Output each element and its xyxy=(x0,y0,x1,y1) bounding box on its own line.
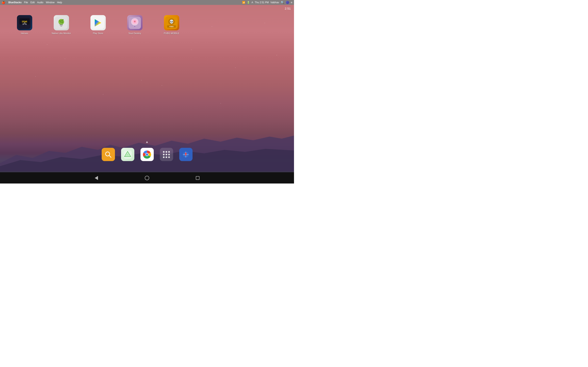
back-arrow-icon xyxy=(95,176,98,180)
recent-square-icon xyxy=(196,176,199,180)
svg-text:💀: 💀 xyxy=(169,19,174,24)
app-icon-play-store[interactable] xyxy=(90,15,106,30)
nav-recent-button[interactable] xyxy=(195,175,200,181)
app-name[interactable]: BlueStacks xyxy=(8,1,22,4)
app-soul-destiny[interactable]: 🌸 ♦ Soul Destiny xyxy=(127,15,143,34)
dock xyxy=(95,146,199,163)
dock-applist-button[interactable] xyxy=(160,148,173,161)
app-icon-heroes[interactable]: ⚔ STAR WARS xyxy=(17,15,32,30)
nav-back-button[interactable] xyxy=(94,175,99,181)
menu-edit[interactable]: Edit xyxy=(30,1,35,4)
bluestacks-window: 2:51 ⚔ STAR WARS Heroes xyxy=(0,5,294,184)
svg-text:🌿: 🌿 xyxy=(59,19,64,24)
app-heroes[interactable]: ⚔ STAR WARS Heroes xyxy=(16,15,33,34)
dock-area: ▲ xyxy=(0,140,294,163)
app-icon-soul-destiny[interactable]: 🌸 ♦ xyxy=(127,15,143,30)
app-pubg-mobile-label: PUBG MOBILE xyxy=(164,32,179,34)
datetime: Thu 2:51 PM xyxy=(255,1,269,4)
svg-text:🌸: 🌸 xyxy=(132,18,138,24)
android-navbar xyxy=(0,172,294,184)
nav-home-button[interactable] xyxy=(144,175,150,181)
app-play-store-label: Play Store xyxy=(93,32,103,34)
a-icon: A xyxy=(251,1,253,4)
app-play-store[interactable]: Play Store xyxy=(90,15,106,34)
menu-help[interactable]: Help xyxy=(57,1,62,4)
svg-text:♦: ♦ xyxy=(134,25,135,27)
user-avatar-icon xyxy=(286,1,289,4)
wifi-icon: 📶 xyxy=(242,1,245,4)
app-drawer-dots xyxy=(163,151,170,158)
app-heroes-label: Heroes xyxy=(21,32,28,34)
svg-line-22 xyxy=(109,155,111,157)
svg-rect-8 xyxy=(60,25,63,25)
menu-file[interactable]: File xyxy=(24,1,28,4)
app-grid: ⚔ STAR WARS Heroes 🌿 xyxy=(16,15,180,34)
dock-bluestacks-button[interactable] xyxy=(121,148,134,161)
svg-point-30 xyxy=(146,153,148,156)
app-soul-destiny-label: Soul Destiny xyxy=(129,32,141,34)
app-native-libs-label: Native Libs Monitor xyxy=(52,32,71,34)
svg-rect-9 xyxy=(60,26,62,26)
android-time: 2:51 xyxy=(285,7,291,10)
dock-arrow[interactable]: ▲ xyxy=(145,140,149,144)
home-circle-icon xyxy=(145,176,149,180)
battery-icon: 🔋 xyxy=(247,1,250,4)
app-icon-pubg-mobile[interactable]: 💀 PUBG xyxy=(164,15,179,30)
dock-chrome-button[interactable] xyxy=(140,148,154,161)
mac-menubar: 🍎 BlueStacks File Edit Audio Window Help… xyxy=(0,0,294,5)
svg-text:PUBG: PUBG xyxy=(169,26,174,27)
app-native-libs[interactable]: 🌿 Native Libs Monitor xyxy=(53,15,69,34)
menu-audio[interactable]: Audio xyxy=(37,1,43,4)
menu-window[interactable]: Window xyxy=(46,1,54,4)
dock-search-button[interactable] xyxy=(102,148,115,161)
dock-maps-button[interactable] xyxy=(179,148,192,161)
search-icon[interactable]: 🔍 xyxy=(281,1,284,4)
app-pubg-mobile[interactable]: 💀 PUBG PUBG MOBILE xyxy=(163,15,180,34)
app-icon-native-libs[interactable]: 🌿 xyxy=(54,15,69,30)
apple-icon[interactable]: 🍎 xyxy=(2,1,5,4)
android-screen: 2:51 ⚔ STAR WARS Heroes xyxy=(0,5,294,184)
list-icon[interactable]: ≡ xyxy=(291,1,292,4)
username: Vaibhav xyxy=(270,1,279,4)
svg-text:WARS: WARS xyxy=(22,23,27,25)
status-icons: 📶 🔋 A Thu 2:51 PM Vaibhav 🔍 ≡ xyxy=(242,1,292,4)
svg-text:STAR: STAR xyxy=(22,21,27,23)
